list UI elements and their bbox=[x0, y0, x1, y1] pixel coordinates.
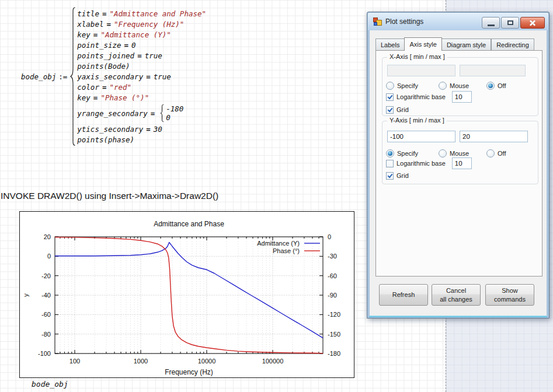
svg-text:0: 0 bbox=[328, 233, 331, 240]
svg-text:-30: -30 bbox=[328, 253, 337, 260]
x-max-input[interactable] bbox=[460, 65, 526, 76]
axis-style-page: X-Axis [ min / max ] Specify Mouse Off L… bbox=[375, 50, 542, 276]
system-brace bbox=[70, 7, 75, 146]
y-grid-row: Grid bbox=[386, 172, 409, 180]
svg-text:-100: -100 bbox=[38, 350, 51, 357]
x-log-row: Logarithmic base bbox=[386, 91, 472, 103]
svg-text:0: 0 bbox=[47, 253, 51, 260]
svg-text:-80: -80 bbox=[41, 331, 51, 338]
y-mode-off[interactable]: Off bbox=[486, 149, 506, 158]
minimize-button[interactable] bbox=[482, 17, 500, 29]
svg-text:-150: -150 bbox=[328, 331, 340, 338]
yrange-min: -180 bbox=[166, 104, 183, 113]
definition-lhs: bode_obj := bbox=[21, 72, 67, 81]
svg-text:1000: 1000 bbox=[134, 358, 148, 365]
radio-icon bbox=[486, 149, 495, 158]
definition-name: bode_obj bbox=[21, 72, 56, 81]
y-max-input[interactable] bbox=[460, 131, 528, 142]
svg-text:-90: -90 bbox=[328, 292, 337, 299]
svg-text:100: 100 bbox=[69, 358, 80, 365]
y-log-base-input[interactable] bbox=[452, 158, 472, 169]
code-line: title="Admittance and Phase" bbox=[77, 8, 206, 19]
svg-text:20: 20 bbox=[44, 233, 51, 240]
x-min-input[interactable] bbox=[387, 65, 455, 76]
y-min-input[interactable] bbox=[387, 131, 455, 142]
bode-obj-definition[interactable]: bode_obj := title="Admittance and Phase"… bbox=[21, 7, 206, 146]
dialog-client-area: Labels Axis style Diagram style Redirect… bbox=[370, 30, 547, 316]
tab-diagram-style[interactable]: Diagram style bbox=[441, 38, 491, 50]
x-grid-row: Grid bbox=[386, 106, 409, 114]
y-axis-group: Y-Axis [ min / max ] Specify Mouse Off L… bbox=[382, 121, 538, 184]
y-mode-specify[interactable]: Specify bbox=[386, 149, 418, 158]
definition-lines: title="Admittance and Phase" xlabel="Fre… bbox=[77, 8, 206, 145]
svg-text:Admittance (Y): Admittance (Y) bbox=[257, 240, 300, 247]
y-grid-label: Grid bbox=[397, 172, 409, 179]
svg-text:Admittance and Phase: Admittance and Phase bbox=[154, 220, 224, 228]
x-log-label: Logarithmic base bbox=[397, 93, 446, 100]
code-line: points_joined=true bbox=[77, 50, 206, 61]
x-grid-label: Grid bbox=[397, 106, 409, 113]
code-line: color="red" bbox=[77, 82, 206, 92]
refresh-button[interactable]: Refresh bbox=[379, 284, 428, 306]
radio-icon bbox=[439, 149, 447, 158]
code-line: point_size=0 bbox=[77, 40, 206, 50]
tab-axis-style[interactable]: Axis style bbox=[404, 37, 441, 51]
svg-text:-60: -60 bbox=[328, 272, 337, 279]
maximize-icon bbox=[507, 20, 513, 25]
y-log-checkbox[interactable] bbox=[386, 160, 394, 167]
x-log-checkbox[interactable] bbox=[386, 93, 394, 101]
radio-icon bbox=[386, 149, 394, 158]
radio-icon bbox=[386, 82, 394, 90]
svg-text:100000: 100000 bbox=[262, 358, 284, 365]
code-line: points(Bode) bbox=[77, 61, 206, 71]
svg-text:Frequency (Hz): Frequency (Hz) bbox=[165, 368, 213, 376]
svg-text:y: y bbox=[22, 293, 29, 297]
svg-text:-60: -60 bbox=[41, 311, 51, 318]
close-icon bbox=[528, 19, 537, 27]
x-axis-group: X-Axis [ min / max ] Specify Mouse Off L… bbox=[382, 57, 538, 116]
code-line: yaxis_secondary=true bbox=[77, 71, 206, 82]
x-mode-off[interactable]: Off bbox=[486, 82, 506, 90]
x-mode-specify[interactable]: Specify bbox=[386, 82, 418, 90]
radio-icon bbox=[486, 82, 495, 90]
bode-plot-region[interactable]: 200-20-40-60-80-1000-30-60-90-120-150-18… bbox=[19, 211, 354, 378]
smath-worksheet: bode_obj := title="Admittance and Phase"… bbox=[0, 0, 553, 392]
plot-settings-dialog: Plot settings Labels Axis style Diagram … bbox=[367, 12, 549, 318]
minimize-icon bbox=[488, 24, 495, 26]
x-mode-mouse[interactable]: Mouse bbox=[439, 82, 469, 90]
maximize-button[interactable] bbox=[501, 17, 519, 29]
y-log-label: Logarithmic base bbox=[397, 160, 446, 167]
x-axis-group-label: X-Axis [ min / max ] bbox=[387, 53, 447, 60]
show-commands-button[interactable]: Show commands bbox=[485, 284, 534, 306]
code-line: ytics_secondary=30 bbox=[77, 124, 206, 134]
code-line: key="Admittance (Y)" bbox=[77, 29, 206, 40]
assign-operator: := bbox=[58, 72, 67, 81]
code-line-yrange: yrange_secondary= -180 0 bbox=[77, 103, 206, 124]
y-mode-mouse[interactable]: Mouse bbox=[439, 149, 469, 158]
result-expression[interactable]: bode_obj bbox=[32, 380, 68, 388]
bode-plot: 200-20-40-60-80-1000-30-60-90-120-150-18… bbox=[20, 212, 354, 377]
x-log-base-input[interactable] bbox=[452, 91, 472, 103]
cancel-all-changes-button[interactable]: Cancel all changes bbox=[432, 284, 481, 306]
x-grid-checkbox[interactable] bbox=[386, 106, 394, 114]
y-axis-group-label: Y-Axis [ min / max ] bbox=[387, 117, 447, 124]
y-log-row: Logarithmic base bbox=[386, 158, 472, 169]
code-line: key="Phase (°)" bbox=[77, 92, 206, 103]
close-button[interactable] bbox=[520, 17, 545, 29]
radio-icon bbox=[439, 82, 447, 90]
svg-text:Phase (°): Phase (°) bbox=[273, 247, 300, 254]
winforms-app-icon bbox=[373, 17, 382, 26]
svg-text:-120: -120 bbox=[328, 311, 340, 318]
svg-text:-180: -180 bbox=[328, 350, 340, 357]
yrange-max: 0 bbox=[166, 113, 183, 122]
y-grid-checkbox[interactable] bbox=[386, 172, 394, 180]
tab-labels[interactable]: Labels bbox=[375, 38, 405, 50]
invoke-note[interactable]: INVOKE DRAW2D() using Insert->Maxima->Dr… bbox=[1, 191, 218, 201]
svg-text:-20: -20 bbox=[41, 272, 51, 279]
list-brace bbox=[160, 104, 164, 122]
dialog-title: Plot settings bbox=[385, 18, 423, 26]
code-line: points(phase) bbox=[77, 134, 206, 145]
code-line: xlabel="Frequency (Hz)" bbox=[77, 19, 206, 29]
svg-text:10000: 10000 bbox=[198, 358, 216, 365]
tab-redirecting[interactable]: Redirecting bbox=[491, 38, 534, 50]
